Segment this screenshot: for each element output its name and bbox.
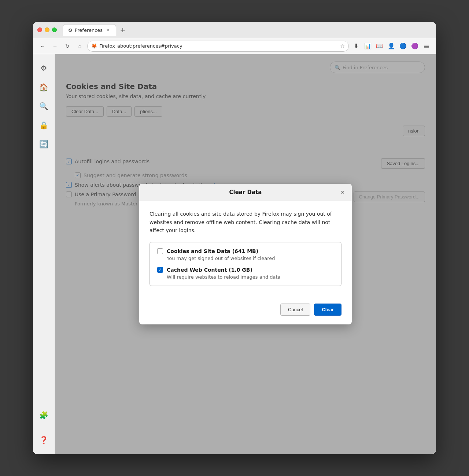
menu-icon[interactable]: ≡ — [421, 41, 432, 51]
preferences-tab-icon: ⚙ — [68, 27, 73, 33]
reader-icon[interactable]: 📖 — [374, 41, 385, 51]
cookies-option-checkbox[interactable] — [157, 248, 163, 254]
maximize-traffic-light[interactable] — [52, 27, 57, 32]
browser-window: ⚙ Preferences ✕ + ← → ↻ ⌂ 🦊 Firefox abou… — [33, 22, 436, 454]
modal-options: Cookies and Site Data (641 MB) You may g… — [149, 242, 341, 286]
modal-body: Clearing all cookies and site data store… — [139, 201, 352, 303]
close-traffic-light[interactable] — [37, 27, 42, 32]
back-button[interactable]: ← — [37, 41, 48, 51]
title-bar: ⚙ Preferences ✕ + — [33, 22, 436, 38]
sidebar-search-icon[interactable]: 🔍 — [37, 100, 51, 113]
modal-option-row-cache: ✓ Cached Web Content (1.0 GB) — [157, 267, 334, 273]
cache-option-checkbox[interactable]: ✓ — [157, 267, 163, 273]
vpn-icon[interactable]: 🔵 — [398, 41, 408, 51]
cookies-option-label: Cookies and Site Data (641 MB) — [167, 248, 258, 254]
downloads-icon[interactable]: ⬇ — [351, 41, 361, 51]
preferences-tab-label: Preferences — [75, 27, 103, 33]
cookies-option-desc: You may get signed out of websites if cl… — [167, 256, 334, 261]
new-tab-button[interactable]: + — [118, 25, 128, 35]
library-icon[interactable]: 📊 — [363, 41, 373, 51]
preferences-tab[interactable]: ⚙ Preferences ✕ — [63, 24, 116, 36]
sidebar: ⚙ 🏠 🔍 🔒 🔄 🧩 ❓ — [33, 54, 55, 454]
cache-option-desc: Will require websites to reload images a… — [167, 274, 334, 280]
modal-description: Clearing all cookies and site data store… — [149, 210, 341, 234]
bookmark-icon[interactable]: ☆ — [340, 43, 345, 49]
modal-option-cache: ✓ Cached Web Content (1.0 GB) Will requi… — [157, 267, 334, 280]
main-content: 🔍 Find in Preferences Cookies and Site D… — [55, 54, 436, 454]
tab-bar: ⚙ Preferences ✕ + — [63, 24, 432, 36]
modal-header: Clear Data ✕ — [139, 184, 352, 201]
sidebar-extensions-icon[interactable]: 🧩 — [37, 409, 51, 422]
modal-overlay: Clear Data ✕ Clearing all cookies and si… — [55, 54, 436, 454]
url-text: about:preferences#privacy — [117, 43, 338, 49]
modal-option-row-cookies: Cookies and Site Data (641 MB) — [157, 248, 334, 254]
cancel-button[interactable]: Cancel — [280, 304, 310, 316]
home-button[interactable]: ⌂ — [75, 41, 85, 51]
minimize-traffic-light[interactable] — [45, 27, 49, 32]
reload-button[interactable]: ↻ — [62, 41, 73, 51]
sidebar-general-icon[interactable]: ⚙ — [37, 62, 51, 75]
browser-label: Firefox — [99, 43, 115, 49]
clear-data-modal: Clear Data ✕ Clearing all cookies and si… — [139, 184, 352, 324]
nav-bar: ← → ↻ ⌂ 🦊 Firefox about:preferences#priv… — [33, 38, 436, 54]
toolbar-icons: ⬇ 📊 📖 👤 🔵 🟣 ≡ — [351, 41, 432, 51]
sidebar-privacy-icon[interactable]: 🔒 — [37, 119, 51, 132]
address-bar[interactable]: 🦊 Firefox about:preferences#privacy ☆ — [87, 41, 349, 52]
sidebar-home-icon[interactable]: 🏠 — [37, 81, 51, 94]
sidebar-help-icon[interactable]: ❓ — [37, 434, 51, 447]
modal-option-cookies: Cookies and Site Data (641 MB) You may g… — [157, 248, 334, 261]
content-area: ⚙ 🏠 🔍 🔒 🔄 🧩 ❓ 🔍 Find in Preferences Cook… — [33, 54, 436, 454]
modal-footer: Cancel Clear — [139, 304, 352, 324]
modal-title: Clear Data — [229, 189, 262, 196]
sidebar-sync-icon[interactable]: 🔄 — [37, 138, 51, 151]
traffic-lights — [37, 27, 57, 32]
clear-button[interactable]: Clear — [314, 304, 341, 316]
account-icon[interactable]: 👤 — [386, 41, 396, 51]
cache-option-label: Cached Web Content (1.0 GB) — [167, 267, 252, 273]
tab-close-button[interactable]: ✕ — [105, 27, 111, 33]
modal-close-button[interactable]: ✕ — [339, 188, 347, 196]
firefox-icon: 🦊 — [91, 43, 97, 49]
forward-button[interactable]: → — [50, 41, 60, 51]
extension-icon[interactable]: 🟣 — [410, 41, 420, 51]
